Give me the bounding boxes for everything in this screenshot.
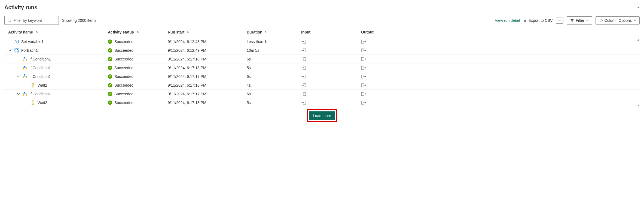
export-csv-button[interactable]: Export to CSV xyxy=(523,18,553,23)
table-row[interactable]: If Condition1✓Succeeded9/11/2024, 6:17:1… xyxy=(4,72,640,81)
output-icon[interactable] xyxy=(361,66,366,70)
input-icon[interactable] xyxy=(301,75,306,78)
filter-keyword-input-wrap[interactable] xyxy=(4,16,59,25)
input-icon[interactable] xyxy=(301,57,306,61)
activity-name: If Condition1 xyxy=(29,92,51,96)
svg-rect-12 xyxy=(17,49,18,50)
filter-label: Filter xyxy=(576,18,584,23)
activity-name: Wait2 xyxy=(38,100,47,105)
column-header-output[interactable]: Output xyxy=(361,30,640,34)
duration: 5s xyxy=(247,100,251,105)
success-icon: ✓ xyxy=(108,48,112,53)
scrollbar[interactable]: ▲ ▼ xyxy=(637,38,640,107)
status-label: Succeeded xyxy=(114,48,133,53)
duration: Less than 1s xyxy=(247,39,268,44)
scroll-up-icon: ▲ xyxy=(637,38,640,41)
svg-rect-35 xyxy=(24,74,25,75)
expand-chevron-icon[interactable] xyxy=(16,75,20,78)
input-icon[interactable] xyxy=(301,40,306,44)
output-icon[interactable] xyxy=(361,57,366,61)
input-icon[interactable] xyxy=(301,101,306,105)
run-start: 9/11/2024, 6:17:18 PM xyxy=(168,83,206,87)
expand-chevron-icon[interactable] xyxy=(16,92,20,95)
svg-rect-41 xyxy=(26,77,27,78)
activity-name: ForEach1 xyxy=(21,48,38,53)
column-header-output-label: Output xyxy=(361,30,374,34)
success-icon: ✓ xyxy=(108,100,112,105)
output-icon[interactable] xyxy=(361,92,366,96)
output-icon[interactable] xyxy=(361,101,366,105)
table-row[interactable]: ForEach1✓Succeeded9/11/2024, 6:12:49 PM1… xyxy=(4,46,640,55)
output-icon[interactable] xyxy=(361,75,366,78)
expand-chevron-icon[interactable] xyxy=(8,49,12,52)
status-label: Succeeded xyxy=(114,66,133,70)
table-row[interactable]: If Condition1✓Succeeded9/11/2024, 6:17:1… xyxy=(4,55,640,63)
filter-keyword-input[interactable] xyxy=(13,18,56,23)
output-icon[interactable] xyxy=(361,48,366,52)
column-header-status-label: Activity status xyxy=(108,30,134,34)
column-header-input-label: Input xyxy=(301,30,310,34)
column-header-start[interactable]: Run start xyxy=(168,30,247,34)
run-start: 9/11/2024, 6:17:18 PM xyxy=(168,66,206,70)
svg-text:): ) xyxy=(17,39,19,44)
collapse-panel-icon[interactable] xyxy=(636,6,640,10)
export-csv-dropdown[interactable] xyxy=(556,17,563,24)
svg-rect-13 xyxy=(16,51,16,51)
svg-rect-31 xyxy=(23,68,24,69)
input-icon[interactable] xyxy=(301,92,306,96)
run-start: 9/11/2024, 6:17:17 PM xyxy=(168,74,206,79)
success-icon: ✓ xyxy=(108,39,112,44)
input-icon[interactable] xyxy=(301,83,306,87)
run-start: 9/11/2024, 6:12:49 PM xyxy=(168,48,206,53)
svg-rect-10 xyxy=(15,48,19,52)
svg-rect-32 xyxy=(26,68,27,69)
duration: 10m 5s xyxy=(247,48,259,53)
svg-rect-23 xyxy=(26,60,27,61)
column-header-input[interactable]: Input xyxy=(301,30,361,34)
wait-icon xyxy=(30,100,35,105)
if-icon xyxy=(22,57,27,62)
if-icon xyxy=(22,92,27,96)
status-label: Succeeded xyxy=(114,100,133,105)
table-row[interactable]: If Condition1✓Succeeded9/11/2024, 6:17:1… xyxy=(4,63,640,72)
svg-rect-17 xyxy=(24,57,25,58)
if-icon xyxy=(22,74,27,79)
svg-rect-51 xyxy=(23,95,24,96)
foreach-icon xyxy=(14,48,19,53)
duration: 5s xyxy=(247,57,251,61)
status-label: Succeeded xyxy=(114,92,133,96)
column-options-button[interactable]: Column Options xyxy=(596,16,640,25)
filter-button[interactable]: Filter xyxy=(567,16,592,25)
load-more-button[interactable]: Load more xyxy=(309,111,335,120)
view-run-detail-link[interactable]: View run detail xyxy=(495,18,520,23)
column-header-duration[interactable]: Duration xyxy=(247,30,301,34)
table-row[interactable]: If Condition1✓Succeeded9/11/2024, 6:17:1… xyxy=(4,90,640,98)
column-options-label: Column Options xyxy=(605,18,632,23)
chevron-down-icon xyxy=(586,19,589,22)
run-start: 9/11/2024, 6:17:18 PM xyxy=(168,57,206,61)
table-row[interactable]: Wait2✓Succeeded9/11/2024, 6:17:18 PM4s xyxy=(4,81,640,90)
table-row[interactable]: (x)Set variable1✓Succeeded9/11/2024, 6:1… xyxy=(4,37,640,46)
activity-name: If Condition1 xyxy=(29,66,51,70)
success-icon: ✓ xyxy=(108,83,112,87)
sort-icon xyxy=(265,31,268,34)
items-count-label: Showing 2000 items xyxy=(62,18,96,23)
column-header-status[interactable]: Activity status xyxy=(108,30,168,34)
scroll-down-icon: ▼ xyxy=(637,104,640,107)
input-icon[interactable] xyxy=(301,66,306,70)
load-more-highlight: Load more xyxy=(307,109,337,122)
svg-rect-11 xyxy=(16,49,16,50)
output-icon[interactable] xyxy=(361,83,366,87)
output-icon[interactable] xyxy=(361,40,366,44)
column-header-duration-label: Duration xyxy=(247,30,263,34)
wait-icon xyxy=(30,83,35,88)
success-icon: ✓ xyxy=(108,74,112,79)
input-icon[interactable] xyxy=(301,48,306,52)
status-label: Succeeded xyxy=(114,83,133,87)
table-row[interactable]: Wait2✓Succeeded9/11/2024, 6:17:18 PM5s xyxy=(4,98,640,107)
duration: 6s xyxy=(247,74,251,79)
if-icon xyxy=(22,65,27,70)
column-header-name-label: Activity name xyxy=(8,30,33,34)
column-header-name[interactable]: Activity name xyxy=(4,30,108,34)
status-label: Succeeded xyxy=(114,57,133,61)
